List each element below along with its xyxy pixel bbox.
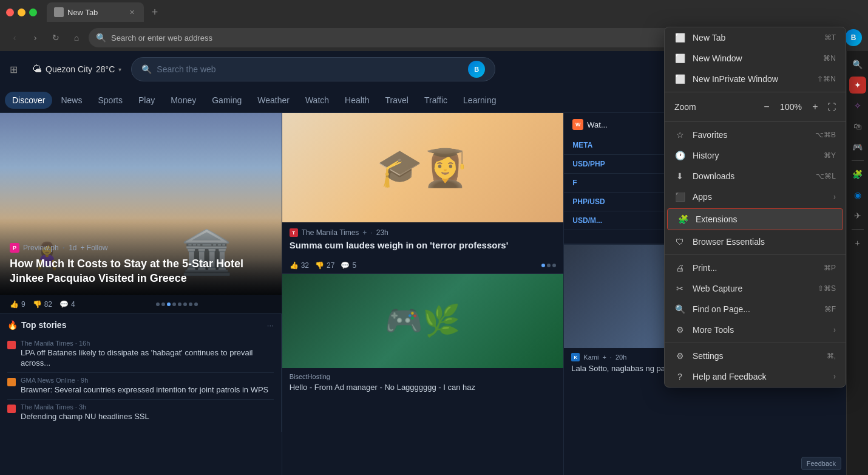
- back-button[interactable]: ‹: [6, 29, 23, 46]
- menu-item-downloads[interactable]: ⬇ Downloads ⌥⌘L: [665, 166, 846, 186]
- tab-news[interactable]: News: [53, 92, 89, 109]
- menu-item-history[interactable]: 🕐 History ⌘Y: [665, 145, 846, 166]
- like-button[interactable]: 👍 9: [10, 300, 25, 309]
- web-capture-menu-icon: ✂: [674, 283, 685, 294]
- featured-article[interactable]: 🏛️ 🧍‍♀️ P Preview.ph · 1d + Follow How M…: [0, 113, 282, 475]
- tab-learning[interactable]: Learning: [456, 92, 504, 109]
- tab-discover[interactable]: Discover: [5, 92, 52, 109]
- menu-item-browser-essentials[interactable]: 🛡 Browser Essentials: [665, 231, 846, 252]
- sidebar-telegram-icon[interactable]: ✈: [849, 207, 866, 224]
- dislike-button[interactable]: 👎 82: [33, 300, 52, 309]
- menu-item-web-capture[interactable]: ✂ Web Capture ⇧⌘S: [665, 278, 846, 299]
- new-tab-button[interactable]: +: [146, 4, 163, 21]
- main-search-bar[interactable]: 🔍 Search the web B: [131, 57, 495, 81]
- address-bar[interactable]: 🔍 Search or enter web address: [89, 28, 688, 47]
- news-item-meta-1: The Manila Times · 16h: [21, 340, 274, 347]
- refresh-button[interactable]: ↻: [47, 29, 64, 46]
- tab-traffic[interactable]: Traffic: [417, 92, 455, 109]
- find-menu-icon: 🔍: [674, 304, 685, 315]
- second-follow-btn[interactable]: +: [362, 228, 367, 237]
- bottom-right-source: Kami: [583, 354, 598, 361]
- new-tab-menu-icon: ⬜: [674, 32, 685, 43]
- menu-item-extensions[interactable]: 🧩 Extensions: [667, 208, 843, 230]
- web-capture-menu-label: Web Capture: [693, 284, 810, 293]
- apps-menu-label: Apps: [693, 192, 826, 202]
- feedback-button[interactable]: Feedback: [801, 457, 841, 470]
- menu-item-help-feedback[interactable]: ? Help and Feedback ›: [665, 366, 846, 387]
- menu-item-print[interactable]: 🖨 Print... ⌘P: [665, 258, 846, 278]
- featured-image: 🏛️ 🧍‍♀️ P Preview.ph · 1d + Follow How M…: [0, 113, 282, 295]
- news-item-title-2: Brawner: Several countries expressed int…: [21, 385, 268, 395]
- second-like-count: 32: [301, 261, 309, 270]
- second-dislike-button[interactable]: 👎 27: [315, 261, 334, 270]
- forward-button[interactable]: ›: [27, 29, 44, 46]
- news-item-meta-3: The Manila Times · 3h: [21, 403, 149, 411]
- bottom-center-article[interactable]: 🎮🌿 BisectHosting Hello - From Ad manager…: [282, 273, 564, 398]
- market-source-logo: W: [572, 119, 583, 130]
- top-stories-section: 🔥 Top stories ··· The Manila Times · 16h…: [0, 313, 282, 432]
- bing-search-icon[interactable]: B: [468, 61, 485, 78]
- sidebar-ext-icon[interactable]: 🧩: [849, 166, 866, 183]
- sidebar-add-icon[interactable]: +: [849, 234, 866, 251]
- news-item-2[interactable]: GMA News Online · 9h Brawner: Several co…: [7, 373, 274, 400]
- menu-item-new-tab[interactable]: ⬜ New Tab ⌘T: [665, 27, 846, 48]
- active-tab[interactable]: New Tab ✕: [47, 2, 144, 22]
- inprivate-menu-label: New InPrivate Window: [693, 74, 810, 84]
- home-button[interactable]: ⌂: [68, 29, 85, 46]
- bottom-right-source-logo: K: [571, 353, 580, 361]
- history-shortcut: ⌘Y: [824, 151, 836, 160]
- main-search-icon: 🔍: [141, 64, 152, 74]
- second-article-info: T The Manila Times + · 23h Summa cum lau…: [282, 222, 564, 258]
- menu-item-more-tools[interactable]: ⚙ More Tools ›: [665, 320, 846, 340]
- tab-gaming[interactable]: Gaming: [205, 92, 249, 109]
- second-comment-button[interactable]: 💬 5: [341, 261, 356, 270]
- tab-travel[interactable]: Travel: [378, 92, 416, 109]
- tab-money[interactable]: Money: [163, 92, 203, 109]
- bottom-right-follow[interactable]: +: [602, 354, 606, 361]
- menu-item-new-inprivate[interactable]: ⬜ New InPrivate Window ⇧⌘N: [665, 69, 846, 89]
- sidebar-favorites-icon[interactable]: ✦: [849, 77, 866, 94]
- zoom-expand-button[interactable]: ⛶: [827, 102, 836, 112]
- source-logo: P: [10, 243, 19, 253]
- menu-item-favorites[interactable]: ☆ Favorites ⌥⌘B: [665, 125, 846, 145]
- bing-copilot-button[interactable]: B: [845, 29, 862, 46]
- maximize-window-button[interactable]: [29, 9, 37, 16]
- grid-icon[interactable]: ⊞: [10, 64, 18, 75]
- section-more-button[interactable]: ···: [267, 321, 274, 330]
- news-item-1[interactable]: The Manila Times · 16h LPA off Batanes l…: [7, 336, 274, 373]
- tab-play[interactable]: Play: [131, 92, 162, 109]
- sidebar-games-icon[interactable]: 🎮: [849, 138, 866, 155]
- menu-item-find-on-page[interactable]: 🔍 Find on Page... ⌘F: [665, 299, 846, 320]
- menu-item-settings[interactable]: ⚙ Settings ⌘,: [665, 346, 846, 366]
- tab-weather[interactable]: Weather: [250, 92, 297, 109]
- tab-close-button[interactable]: ✕: [127, 7, 137, 17]
- print-shortcut: ⌘P: [824, 264, 836, 272]
- second-article[interactable]: 🎓👩‍🎓 T The Manila Times + · 23h Summa cu…: [282, 113, 564, 273]
- menu-item-new-window[interactable]: ⬜ New Window ⌘N: [665, 48, 846, 69]
- second-like-button[interactable]: 👍 32: [290, 261, 309, 270]
- ticker-2: USD/PHP: [572, 160, 605, 168]
- print-menu-icon: 🖨: [674, 262, 685, 273]
- sidebar-azure-icon[interactable]: ◉: [849, 186, 866, 203]
- tab-sports[interactable]: Sports: [90, 92, 129, 109]
- zoom-out-button[interactable]: −: [759, 100, 774, 114]
- close-window-button[interactable]: [6, 9, 14, 16]
- comment-button[interactable]: 💬 4: [59, 300, 75, 309]
- zoom-in-button[interactable]: +: [808, 100, 822, 114]
- feedback-label: Feedback: [807, 460, 836, 467]
- follow-button[interactable]: + Follow: [81, 244, 108, 252]
- like-count: 9: [21, 300, 25, 309]
- address-bar-text: Search or enter web address: [111, 33, 680, 43]
- tab-watch[interactable]: Watch: [298, 92, 336, 109]
- sidebar-separator-1: [852, 160, 864, 161]
- traffic-lights: [6, 9, 37, 16]
- pagination-dots: [156, 302, 198, 306]
- minimize-window-button[interactable]: [18, 9, 25, 16]
- sidebar-copilot-icon[interactable]: ✧: [849, 97, 866, 114]
- sidebar-shopping-icon[interactable]: 🛍: [849, 118, 866, 135]
- tab-health[interactable]: Health: [337, 92, 376, 109]
- menu-item-apps[interactable]: ⬛ Apps ›: [665, 186, 846, 207]
- location-widget[interactable]: 🌤 Quezon City 28°C ▾: [32, 64, 121, 75]
- sidebar-search-icon[interactable]: 🔍: [849, 56, 866, 73]
- news-item-3[interactable]: The Manila Times · 3h Defending champ NU…: [7, 400, 274, 426]
